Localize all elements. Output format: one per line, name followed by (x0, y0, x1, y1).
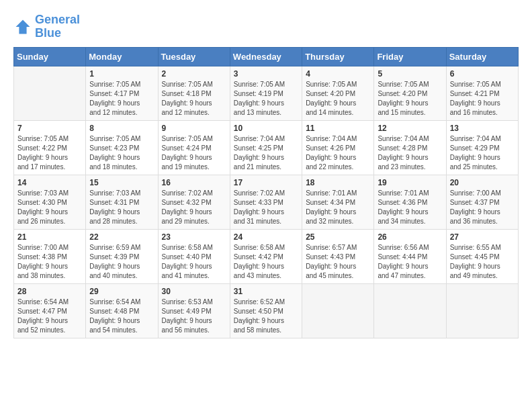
day-number: 2 (162, 69, 226, 79)
day-info: Sunrise: 6:58 AMSunset: 4:42 PMDaylight:… (234, 243, 298, 281)
day-info: Sunrise: 7:02 AMSunset: 4:32 PMDaylight:… (162, 189, 226, 226)
calendar-cell: 21Sunrise: 7:00 AMSunset: 4:38 PMDayligh… (14, 229, 86, 283)
calendar-cell: 13Sunrise: 7:04 AMSunset: 4:29 PMDayligh… (446, 120, 518, 175)
day-info: Sunrise: 7:05 AMSunset: 4:24 PMDaylight:… (162, 134, 226, 172)
day-number: 24 (234, 232, 298, 242)
day-info: Sunrise: 7:04 AMSunset: 4:28 PMDaylight:… (378, 134, 442, 172)
day-info: Sunrise: 7:05 AMSunset: 4:18 PMDaylight:… (162, 80, 226, 118)
calendar-cell: 3Sunrise: 7:05 AMSunset: 4:19 PMDaylight… (230, 66, 302, 120)
day-number: 26 (378, 232, 442, 242)
calendar-cell: 17Sunrise: 7:02 AMSunset: 4:33 PMDayligh… (230, 175, 302, 229)
day-info: Sunrise: 6:54 AMSunset: 4:47 PMDaylight:… (17, 298, 82, 335)
day-info: Sunrise: 7:05 AMSunset: 4:17 PMDaylight:… (89, 80, 154, 118)
day-number: 4 (306, 69, 370, 79)
header-day-friday: Friday (374, 47, 446, 66)
day-info: Sunrise: 7:03 AMSunset: 4:31 PMDaylight:… (89, 189, 154, 226)
calendar-cell: 12Sunrise: 7:04 AMSunset: 4:28 PMDayligh… (374, 120, 446, 175)
calendar-cell: 5Sunrise: 7:05 AMSunset: 4:20 PMDaylight… (374, 66, 446, 120)
calendar-cell: 6Sunrise: 7:05 AMSunset: 4:21 PMDaylight… (446, 66, 518, 120)
calendar-cell: 22Sunrise: 6:59 AMSunset: 4:39 PMDayligh… (86, 229, 158, 283)
logo-text: General Blue (35, 13, 80, 40)
calendar-cell (14, 66, 86, 120)
calendar-week-4: 21Sunrise: 7:00 AMSunset: 4:38 PMDayligh… (14, 229, 519, 283)
calendar-cell: 27Sunrise: 6:55 AMSunset: 4:45 PMDayligh… (446, 229, 518, 283)
day-number: 13 (450, 124, 515, 133)
day-info: Sunrise: 6:56 AMSunset: 4:44 PMDaylight:… (378, 243, 442, 281)
day-number: 10 (234, 124, 298, 133)
day-info: Sunrise: 7:00 AMSunset: 4:38 PMDaylight:… (17, 243, 82, 281)
day-number: 31 (234, 287, 298, 296)
day-info: Sunrise: 6:59 AMSunset: 4:39 PMDaylight:… (89, 243, 154, 281)
day-info: Sunrise: 6:52 AMSunset: 4:50 PMDaylight:… (234, 298, 298, 335)
day-number: 18 (306, 178, 370, 187)
header-day-monday: Monday (86, 47, 158, 66)
day-info: Sunrise: 6:55 AMSunset: 4:45 PMDaylight:… (450, 243, 515, 281)
day-info: Sunrise: 6:57 AMSunset: 4:43 PMDaylight:… (306, 243, 370, 281)
calendar-week-3: 14Sunrise: 7:03 AMSunset: 4:30 PMDayligh… (14, 175, 519, 229)
day-number: 30 (162, 287, 226, 296)
header-day-sunday: Sunday (14, 47, 86, 66)
header-day-saturday: Saturday (446, 47, 518, 66)
calendar-header-row: SundayMondayTuesdayWednesdayThursdayFrid… (14, 47, 519, 66)
day-number: 22 (89, 232, 154, 242)
day-info: Sunrise: 7:05 AMSunset: 4:21 PMDaylight:… (450, 80, 515, 118)
calendar-cell: 7Sunrise: 7:05 AMSunset: 4:22 PMDaylight… (14, 120, 86, 175)
day-number: 14 (17, 178, 82, 187)
calendar-week-5: 28Sunrise: 6:54 AMSunset: 4:47 PMDayligh… (14, 283, 519, 338)
day-number: 27 (450, 232, 515, 242)
calendar-cell (302, 283, 374, 338)
calendar-cell: 1Sunrise: 7:05 AMSunset: 4:17 PMDaylight… (86, 66, 158, 120)
day-number: 16 (162, 178, 226, 187)
day-number: 1 (89, 69, 154, 79)
calendar-cell: 26Sunrise: 6:56 AMSunset: 4:44 PMDayligh… (374, 229, 446, 283)
day-number: 25 (306, 232, 370, 242)
day-info: Sunrise: 6:53 AMSunset: 4:49 PMDaylight:… (162, 298, 226, 335)
calendar-week-1: 1Sunrise: 7:05 AMSunset: 4:17 PMDaylight… (14, 66, 519, 120)
day-number: 28 (17, 287, 82, 296)
logo: General Blue (13, 13, 80, 40)
day-number: 21 (17, 232, 82, 242)
day-number: 19 (378, 178, 442, 187)
day-info: Sunrise: 7:04 AMSunset: 4:25 PMDaylight:… (234, 134, 298, 172)
day-number: 5 (378, 69, 442, 79)
day-info: Sunrise: 7:05 AMSunset: 4:19 PMDaylight:… (234, 80, 298, 118)
day-info: Sunrise: 7:04 AMSunset: 4:29 PMDaylight:… (450, 134, 515, 172)
calendar-cell: 28Sunrise: 6:54 AMSunset: 4:47 PMDayligh… (14, 283, 86, 338)
calendar-cell: 30Sunrise: 6:53 AMSunset: 4:49 PMDayligh… (158, 283, 230, 338)
day-number: 11 (306, 124, 370, 133)
day-info: Sunrise: 7:05 AMSunset: 4:22 PMDaylight:… (17, 134, 82, 172)
day-info: Sunrise: 7:05 AMSunset: 4:23 PMDaylight:… (89, 134, 154, 172)
day-info: Sunrise: 6:54 AMSunset: 4:48 PMDaylight:… (89, 298, 154, 335)
day-number: 9 (162, 124, 226, 133)
day-info: Sunrise: 7:02 AMSunset: 4:33 PMDaylight:… (234, 189, 298, 226)
calendar-cell: 20Sunrise: 7:00 AMSunset: 4:37 PMDayligh… (446, 175, 518, 229)
day-number: 15 (89, 178, 154, 187)
day-info: Sunrise: 7:00 AMSunset: 4:37 PMDaylight:… (450, 189, 515, 226)
day-number: 23 (162, 232, 226, 242)
calendar-cell: 15Sunrise: 7:03 AMSunset: 4:31 PMDayligh… (86, 175, 158, 229)
page-header: General Blue (13, 13, 519, 40)
calendar-cell (446, 283, 518, 338)
day-number: 29 (89, 287, 154, 296)
day-number: 20 (450, 178, 515, 187)
calendar-cell: 25Sunrise: 6:57 AMSunset: 4:43 PMDayligh… (302, 229, 374, 283)
day-info: Sunrise: 7:04 AMSunset: 4:26 PMDaylight:… (306, 134, 370, 172)
day-info: Sunrise: 7:03 AMSunset: 4:30 PMDaylight:… (17, 189, 82, 226)
calendar-cell: 18Sunrise: 7:01 AMSunset: 4:34 PMDayligh… (302, 175, 374, 229)
day-info: Sunrise: 7:05 AMSunset: 4:20 PMDaylight:… (306, 80, 370, 118)
header-day-wednesday: Wednesday (230, 47, 302, 66)
calendar-cell: 9Sunrise: 7:05 AMSunset: 4:24 PMDaylight… (158, 120, 230, 175)
calendar-table: SundayMondayTuesdayWednesdayThursdayFrid… (13, 47, 519, 338)
svg-marker-0 (16, 19, 30, 34)
day-info: Sunrise: 6:58 AMSunset: 4:40 PMDaylight:… (162, 243, 226, 281)
calendar-cell: 16Sunrise: 7:02 AMSunset: 4:32 PMDayligh… (158, 175, 230, 229)
day-number: 6 (450, 69, 515, 79)
calendar-cell: 14Sunrise: 7:03 AMSunset: 4:30 PMDayligh… (14, 175, 86, 229)
calendar-cell: 24Sunrise: 6:58 AMSunset: 4:42 PMDayligh… (230, 229, 302, 283)
header-day-thursday: Thursday (302, 47, 374, 66)
calendar-cell: 8Sunrise: 7:05 AMSunset: 4:23 PMDaylight… (86, 120, 158, 175)
calendar-cell: 19Sunrise: 7:01 AMSunset: 4:36 PMDayligh… (374, 175, 446, 229)
calendar-cell: 2Sunrise: 7:05 AMSunset: 4:18 PMDaylight… (158, 66, 230, 120)
day-number: 7 (17, 124, 82, 133)
calendar-cell: 31Sunrise: 6:52 AMSunset: 4:50 PMDayligh… (230, 283, 302, 338)
